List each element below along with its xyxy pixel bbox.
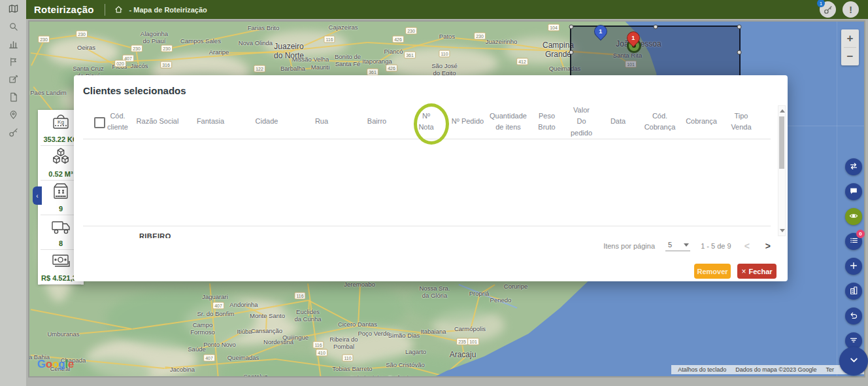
route-shield: 235 bbox=[456, 338, 468, 345]
page-size-select[interactable]: 5 bbox=[665, 241, 690, 251]
route-shield: 020 bbox=[114, 60, 126, 67]
map-label: Itiúba bbox=[237, 328, 252, 336]
map-label: Paes Landim bbox=[30, 90, 66, 97]
map-label: Farias Brito bbox=[248, 25, 280, 32]
route-shield: 110 bbox=[439, 50, 450, 58]
next-page-button[interactable]: > bbox=[763, 241, 773, 251]
sidebar-item-routes[interactable] bbox=[0, 53, 26, 71]
route-shield: 410 bbox=[316, 349, 327, 357]
route-list-button[interactable]: 0 bbox=[845, 233, 862, 250]
remove-button[interactable]: Remover bbox=[694, 264, 731, 279]
map-label: Itabaiana bbox=[420, 328, 446, 336]
scrollbar-thumb[interactable] bbox=[779, 116, 784, 169]
table-scrollbar[interactable] bbox=[778, 105, 786, 236]
route-tools-button[interactable]: 1 bbox=[820, 1, 836, 18]
zoom-out-button[interactable]: − bbox=[841, 48, 859, 65]
route-shield: 122 bbox=[254, 65, 265, 73]
column-header-14: Cobrança bbox=[682, 116, 721, 127]
map-label: Carmópolis bbox=[454, 326, 486, 333]
route-shield: 230 bbox=[161, 45, 173, 52]
scroll-up-arrow[interactable] bbox=[780, 109, 785, 113]
stat-value: 9 bbox=[59, 205, 63, 213]
route-shield: 116 bbox=[312, 342, 324, 349]
swap-routes-button[interactable] bbox=[845, 158, 862, 175]
flag-icon bbox=[8, 57, 18, 67]
terrain-patch bbox=[106, 289, 256, 348]
column-header-2: Razão Social bbox=[133, 116, 182, 127]
stat-value: 8 bbox=[59, 239, 63, 247]
route-shield: 230 bbox=[131, 45, 142, 52]
resize-handle[interactable] bbox=[569, 50, 574, 55]
map-label: Simão Dias bbox=[388, 332, 420, 340]
sidebar-item-tools[interactable] bbox=[0, 124, 26, 141]
comments-button[interactable] bbox=[845, 183, 862, 200]
collapse-panel-button[interactable]: ‹ bbox=[33, 186, 42, 205]
map-label: Mauriti bbox=[311, 64, 330, 71]
map-label: Queimadas bbox=[227, 355, 259, 362]
fab-badge: 0 bbox=[856, 230, 865, 238]
google-logo-letter: o bbox=[52, 358, 59, 370]
column-header-15: Tipo Venda bbox=[721, 111, 761, 133]
cubes-icon bbox=[50, 147, 72, 169]
sidebar-item-documents[interactable] bbox=[0, 88, 26, 106]
route-shield: 407 bbox=[212, 302, 224, 309]
map-label: Oeiras bbox=[77, 44, 95, 52]
app-title: Roteirização bbox=[34, 4, 94, 15]
map-label: Itabaianinha bbox=[350, 375, 384, 377]
close-button[interactable]: × Fechar bbox=[737, 264, 776, 279]
chevdown-icon bbox=[848, 355, 860, 368]
terms-link[interactable]: Ter bbox=[826, 366, 834, 373]
map-label: Nordestina bbox=[263, 339, 293, 346]
sidebar-item-reports[interactable] bbox=[0, 35, 26, 53]
box-icon bbox=[50, 182, 72, 204]
map-label: Ribeira do Pombal bbox=[329, 336, 358, 351]
route-shield: 230 bbox=[405, 27, 417, 35]
map-label: Saúde bbox=[188, 346, 205, 353]
add-button[interactable] bbox=[845, 258, 862, 275]
search-icon bbox=[8, 22, 18, 31]
route-shield: 104 bbox=[548, 24, 559, 31]
sidebar-item-locations[interactable] bbox=[0, 106, 26, 124]
alert-button[interactable]: ! bbox=[843, 1, 859, 18]
map-label: Missão Velha bbox=[292, 56, 329, 63]
column-header-6: Bairro bbox=[349, 116, 405, 127]
stat-value: 353.22 KG bbox=[43, 135, 78, 143]
header-divider bbox=[105, 4, 105, 16]
google-logo[interactable]: Google bbox=[37, 358, 74, 371]
close-icon: × bbox=[741, 267, 746, 276]
route-shield: 407 bbox=[203, 355, 215, 362]
column-header-10: Peso Bruto bbox=[529, 111, 565, 133]
visibility-button[interactable] bbox=[845, 208, 862, 225]
resize-handle[interactable] bbox=[737, 25, 742, 29]
collapse-panel-button[interactable] bbox=[839, 347, 868, 376]
route-shield: 110 bbox=[342, 355, 353, 362]
route-shield: 116 bbox=[294, 292, 305, 300]
stat-value: 0.52 M³ bbox=[48, 170, 73, 178]
map-data-link[interactable]: Dados do mapa ©2023 Google bbox=[735, 366, 816, 373]
breadcrumb: - Mapa de Roteirização bbox=[129, 6, 207, 14]
map-label: Ponto Novo bbox=[203, 342, 236, 349]
home-icon[interactable] bbox=[114, 5, 123, 14]
scroll-down-arrow[interactable] bbox=[780, 229, 785, 232]
previous-page-button[interactable]: < bbox=[742, 241, 752, 251]
zoom-in-button[interactable]: + bbox=[841, 29, 859, 47]
column-header-3: Fantasia bbox=[182, 116, 239, 127]
sidebar-item-search[interactable] bbox=[0, 18, 26, 35]
resize-handle[interactable] bbox=[653, 25, 658, 29]
keyboard-shortcuts-link[interactable]: Atalhos do teclado bbox=[678, 366, 726, 373]
map-label: Jaicós bbox=[131, 63, 148, 70]
resize-handle[interactable] bbox=[737, 50, 742, 55]
undo-button[interactable] bbox=[845, 307, 862, 325]
route-shield: 116 bbox=[324, 36, 335, 43]
icon-sidebar bbox=[0, 0, 26, 386]
company-button[interactable] bbox=[845, 283, 862, 300]
map-label: Jeremoabo bbox=[344, 281, 375, 289]
sidebar-item-map[interactable] bbox=[0, 0, 26, 18]
route-shield: 426 bbox=[392, 36, 404, 43]
map-label: Coruripe bbox=[504, 283, 527, 290]
map-zoom-control: + − bbox=[841, 29, 859, 65]
column-header-11: Valor Do pedido bbox=[565, 105, 598, 138]
resize-handle[interactable] bbox=[569, 25, 574, 29]
chevron-down-icon bbox=[684, 243, 689, 247]
sidebar-item-edit[interactable] bbox=[0, 71, 26, 88]
